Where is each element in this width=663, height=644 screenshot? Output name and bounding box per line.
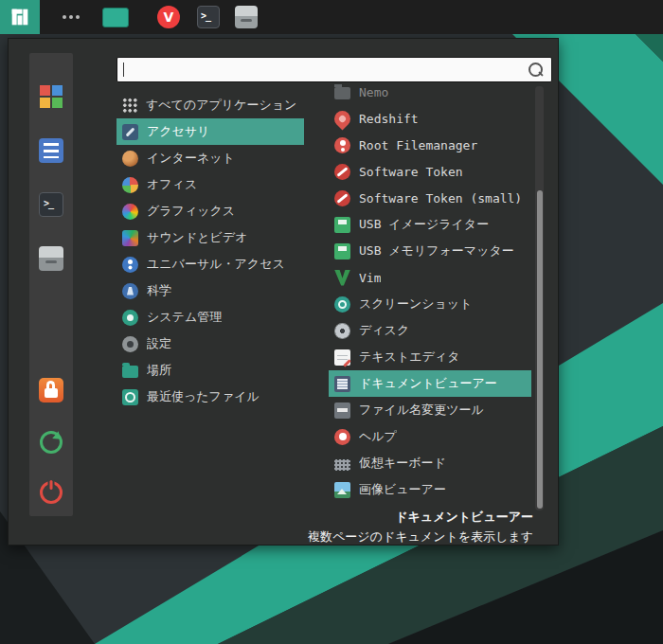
search-input[interactable]: [117, 63, 529, 77]
category-item[interactable]: 科学: [116, 277, 304, 304]
science-icon: [122, 283, 138, 299]
app-item[interactable]: ファイル名変更ツール: [329, 397, 531, 423]
root-filemanager-icon: [334, 137, 350, 153]
image-viewer-icon: [334, 482, 350, 498]
disks-icon: [334, 323, 350, 339]
all-apps-icon: [122, 98, 137, 113]
app-item[interactable]: スクリーンショット: [329, 291, 531, 317]
office-icon: [122, 177, 138, 193]
category-item[interactable]: アクセサリ: [116, 118, 304, 145]
category-item[interactable]: 場所: [116, 357, 304, 384]
internet-icon: [122, 151, 138, 167]
category-label: システム管理: [147, 309, 222, 326]
category-item[interactable]: オフィス: [116, 171, 304, 198]
vivaldi-browser-icon[interactable]: [157, 6, 180, 28]
category-item[interactable]: 設定: [116, 331, 304, 357]
help-icon: [334, 429, 350, 445]
app-item[interactable]: ドキュメントビューアー: [329, 370, 531, 397]
accessories-icon: [122, 124, 138, 140]
app-item[interactable]: ディスク: [329, 317, 531, 344]
app-list: NemoRedshiftRoot FilemanagerSoftware Tok…: [329, 82, 531, 510]
app-label: テキストエディタ: [359, 349, 459, 366]
multimedia-icon: [122, 230, 138, 246]
usb-writer-icon: [334, 217, 350, 233]
vim-icon: [334, 270, 350, 286]
app-label: 画像ビューアー: [359, 481, 446, 498]
menu-button[interactable]: [0, 0, 40, 34]
app-label: USB イメージライター: [359, 216, 489, 233]
search-box[interactable]: [116, 57, 552, 82]
file-manager-icon[interactable]: [39, 246, 63, 271]
settings-icon: [122, 336, 138, 352]
app-label: Vim: [359, 271, 381, 285]
accessibility-icon: [122, 257, 138, 273]
app-item[interactable]: USB メモリフォーマッター: [329, 238, 531, 264]
places-icon[interactable]: [39, 138, 63, 163]
app-label: ヘルプ: [359, 428, 397, 445]
app-item[interactable]: Root Filemanager: [329, 132, 531, 158]
selected-app-description: 複数ページのドキュメントを表示します: [308, 528, 533, 546]
app-label: Redshift: [359, 112, 419, 126]
app-grid-icon[interactable]: [39, 84, 63, 109]
file-manager-launcher-icon[interactable]: [235, 6, 258, 28]
app-list-inner: NemoRedshiftRoot FilemanagerSoftware Tok…: [329, 82, 531, 503]
app-label: Software Token: [359, 165, 463, 179]
document-viewer-icon: [334, 376, 350, 392]
app-label: ファイル名変更ツール: [359, 402, 484, 419]
category-label: すべてのアプリケーション: [146, 97, 296, 114]
app-label: USB メモリフォーマッター: [359, 242, 514, 259]
log-out-icon[interactable]: [40, 431, 63, 454]
text-cursor: [123, 63, 124, 77]
app-label: Software Token (small): [359, 191, 522, 206]
terminal-icon[interactable]: [39, 192, 63, 217]
lock-screen-icon[interactable]: [39, 378, 63, 402]
shut-down-icon[interactable]: [40, 481, 63, 504]
app-item[interactable]: USB イメージライター: [329, 211, 531, 238]
category-label: 設定: [147, 335, 171, 352]
more-options-icon[interactable]: [61, 7, 81, 27]
category-label: インターネット: [147, 150, 235, 167]
file-rename-icon: [334, 402, 350, 419]
category-label: ユニバーサル・アクセス: [147, 256, 285, 273]
app-item[interactable]: Software Token: [329, 158, 531, 185]
category-label: サウンドとビデオ: [147, 229, 247, 246]
menu-sidebar: [29, 53, 73, 516]
terminal-launcher-icon[interactable]: [197, 6, 220, 28]
recent-icon: [122, 389, 138, 405]
app-item[interactable]: Software Token (small): [329, 185, 531, 211]
category-item[interactable]: すべてのアプリケーション: [116, 92, 304, 118]
app-item[interactable]: ヘルプ: [329, 423, 531, 450]
category-label: 場所: [147, 362, 171, 379]
app-item[interactable]: テキストエディタ: [329, 344, 531, 370]
nemo-icon: [334, 87, 350, 99]
places-icon: [122, 366, 138, 378]
app-label: Nemo: [359, 85, 388, 99]
scrollbar[interactable]: [535, 86, 544, 510]
software-token-icon: [334, 190, 350, 206]
category-item[interactable]: ユニバーサル・アクセス: [116, 251, 304, 277]
app-label: ディスク: [359, 322, 409, 339]
app-item[interactable]: Redshift: [329, 105, 531, 132]
redshift-icon: [331, 107, 353, 130]
category-label: アクセサリ: [147, 123, 210, 140]
category-item[interactable]: サウンドとビデオ: [116, 224, 304, 251]
scrollbar-thumb[interactable]: [537, 190, 543, 509]
app-item[interactable]: 仮想キーボード: [329, 450, 531, 476]
app-item[interactable]: Nemo: [329, 82, 531, 105]
app-label: Root Filemanager: [359, 138, 477, 152]
graphics-icon: [122, 204, 138, 220]
screenshot-icon: [334, 296, 350, 313]
category-item[interactable]: グラフィックス: [116, 198, 304, 224]
app-item[interactable]: 画像ビューアー: [329, 476, 531, 503]
category-label: 最近使ったファイル: [147, 388, 260, 405]
category-item[interactable]: 最近使ったファイル: [116, 384, 304, 410]
app-item[interactable]: Vim: [329, 264, 531, 291]
top-panel: [0, 0, 663, 34]
category-item[interactable]: インターネット: [116, 145, 304, 171]
category-label: オフィス: [147, 176, 197, 193]
software-token-icon: [334, 164, 350, 180]
app-label: ドキュメントビューアー: [359, 375, 497, 392]
desktop-window-icon[interactable]: [102, 8, 129, 27]
category-item[interactable]: システム管理: [116, 304, 304, 331]
system-icon: [122, 310, 138, 326]
